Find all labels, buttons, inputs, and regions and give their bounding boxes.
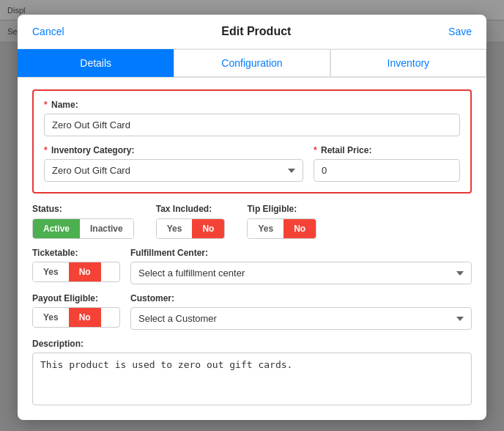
tab-details[interactable]: Details — [18, 49, 174, 77]
tax-included-group: Tax Included: Yes No — [156, 204, 226, 239]
status-active-button[interactable]: Active — [33, 219, 80, 238]
tip-eligible-label: Tip Eligible: — [247, 204, 316, 214]
retail-price-label: * Retail Price: — [314, 145, 460, 155]
ticketable-label: Ticketable: — [32, 248, 120, 258]
retail-price-group: * Retail Price: — [314, 145, 460, 182]
tip-yes-button[interactable]: Yes — [248, 219, 284, 238]
ticketable-toggle: Yes No — [32, 262, 120, 282]
inventory-category-group: * Inventory Category: Zero Out Gift Card — [44, 145, 303, 182]
required-fields-section: * Name: * Inventory Category: Zero Out G… — [32, 89, 472, 194]
payout-group: Payout Eligible: Yes No — [32, 293, 120, 328]
payout-toggle: Yes No — [32, 307, 120, 328]
ticketable-group: Ticketable: Yes No — [32, 248, 120, 282]
tax-included-label: Tax Included: — [156, 204, 226, 214]
inventory-category-label: * Inventory Category: — [44, 145, 303, 155]
tab-inventory[interactable]: Inventory — [330, 49, 486, 77]
customer-group: Customer: Select a Customer — [130, 293, 472, 330]
edit-product-modal: Cancel Edit Product Save Details Configu… — [18, 15, 486, 420]
retail-price-input[interactable] — [314, 159, 460, 182]
tip-eligible-group: Tip Eligible: Yes No — [247, 204, 316, 239]
name-label: * Name: — [44, 100, 460, 110]
ticketable-fulfillment-row: Ticketable: Yes No Fulfillment Center: S… — [32, 248, 472, 284]
status-row: Status: Active Inactive Tax Included: Ye… — [32, 204, 472, 239]
status-label: Status: — [32, 204, 134, 214]
description-textarea[interactable]: This product is used to zero out gift ca… — [32, 353, 472, 405]
customer-select[interactable]: Select a Customer — [130, 307, 472, 330]
required-star-price: * — [314, 145, 317, 155]
payout-yes-button[interactable]: Yes — [33, 308, 69, 327]
cancel-button[interactable]: Cancel — [32, 26, 64, 37]
required-star-category: * — [44, 145, 48, 155]
payout-customer-row: Payout Eligible: Yes No Customer: Select… — [32, 293, 472, 330]
ticketable-yes-button[interactable]: Yes — [33, 262, 69, 281]
status-toggle: Active Inactive — [32, 218, 134, 239]
fulfillment-center-select[interactable]: Select a fulfillment center — [130, 262, 472, 284]
modal-body: * Name: * Inventory Category: Zero Out G… — [18, 78, 486, 420]
fulfillment-center-group: Fulfillment Center: Select a fulfillment… — [130, 248, 472, 284]
required-star-name: * — [44, 100, 48, 110]
payout-label: Payout Eligible: — [32, 293, 120, 303]
modal-header: Cancel Edit Product Save — [18, 15, 486, 49]
customer-label: Customer: — [130, 293, 472, 303]
description-section: Description: This product is used to zer… — [32, 339, 472, 408]
status-inactive-button[interactable]: Inactive — [80, 219, 133, 238]
tab-configuration[interactable]: Configuration — [174, 49, 330, 77]
tax-included-toggle: Yes No — [156, 218, 226, 239]
description-label: Description: — [32, 339, 472, 349]
modal-title: Edit Product — [221, 25, 291, 38]
payout-no-button[interactable]: No — [69, 308, 101, 327]
inventory-category-select[interactable]: Zero Out Gift Card — [44, 159, 303, 182]
tax-yes-button[interactable]: Yes — [157, 219, 193, 238]
name-input[interactable] — [44, 114, 460, 136]
tab-bar: Details Configuration Inventory — [18, 49, 486, 78]
fulfillment-center-label: Fulfillment Center: — [130, 248, 472, 258]
ticketable-no-button[interactable]: No — [69, 262, 101, 281]
category-price-row: * Inventory Category: Zero Out Gift Card… — [44, 145, 460, 182]
save-button[interactable]: Save — [448, 26, 472, 37]
status-group: Status: Active Inactive — [32, 204, 134, 239]
tax-no-button[interactable]: No — [192, 219, 224, 238]
tip-no-button[interactable]: No — [284, 219, 316, 238]
tip-eligible-toggle: Yes No — [247, 218, 316, 239]
